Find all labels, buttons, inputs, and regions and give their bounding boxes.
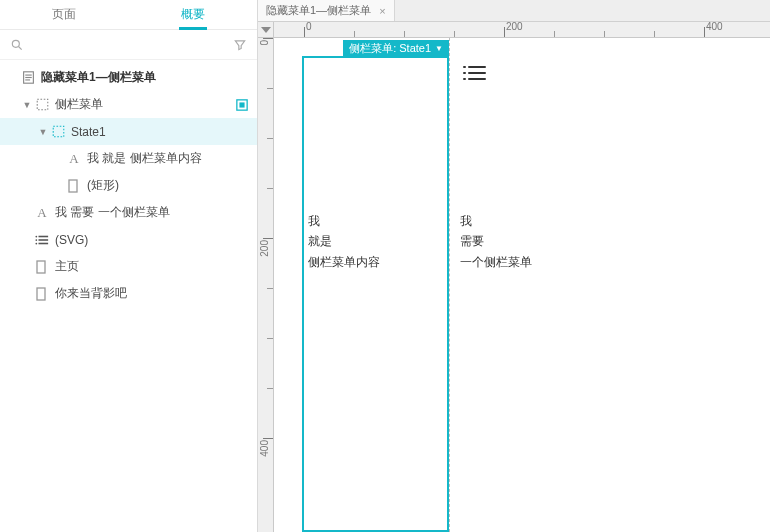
caret-icon[interactable]: ▼ (36, 127, 50, 137)
text-a-icon: A (34, 205, 50, 221)
target-state-icon (235, 98, 249, 112)
outline-item-label: State1 (71, 125, 249, 139)
svg-rect-10 (69, 180, 77, 192)
outline-panel: 页面 概要 ▶ 隐藏菜单1—侧栏菜单 ▼ (0, 0, 258, 532)
search-icon[interactable] (10, 38, 24, 52)
list-icon (34, 232, 50, 248)
outline-item-label: (矩形) (87, 177, 249, 194)
tab-pages[interactable]: 页面 (0, 0, 129, 29)
ruler-tick-label: 200 (506, 21, 523, 32)
svg-rect-8 (239, 102, 244, 107)
selection-title[interactable]: 侧栏菜单: State1 ▼ (343, 40, 449, 57)
dashed-box-icon (50, 124, 66, 140)
page-icon (20, 70, 36, 86)
sidebar-tabs: 页面 概要 (0, 0, 257, 30)
outline-search-row (0, 30, 257, 60)
svg-rect-18 (37, 288, 45, 300)
outline-item[interactable]: ▶ 主页 (0, 253, 257, 280)
svg-point-14 (35, 235, 37, 237)
rect-icon (34, 286, 50, 302)
outline-item[interactable]: ▼ State1 (0, 118, 257, 145)
outline-item[interactable]: ▶ (SVG) (0, 226, 257, 253)
svg-rect-6 (37, 99, 48, 110)
design-canvas[interactable]: 侧栏菜单: State1 ▼ 我 就是 侧栏菜单内容 我 需要 一个侧栏菜单 (274, 38, 770, 532)
ruler-tick-label: 400 (706, 21, 723, 32)
selection-title-label: 侧栏菜单: State1 (349, 41, 431, 56)
svg-rect-17 (37, 261, 45, 273)
chevron-down-icon: ▼ (435, 44, 443, 53)
ruler-tick-label: 200 (259, 240, 270, 257)
svg-point-16 (35, 242, 37, 244)
ruler-vertical[interactable]: 0 200 400 (258, 38, 274, 532)
outline-item[interactable]: ▶ (矩形) (0, 172, 257, 199)
selection-frame[interactable]: 侧栏菜单: State1 ▼ (302, 56, 449, 532)
outline-item-label: 侧栏菜单 (55, 96, 235, 113)
dashed-box-icon (34, 97, 50, 113)
filter-icon[interactable] (233, 38, 247, 52)
text-a-icon: A (66, 151, 82, 167)
outline-tree: ▶ 隐藏菜单1—侧栏菜单 ▼ 侧栏菜单 ▼ (0, 60, 257, 532)
page-guide (449, 38, 450, 532)
rect-icon (66, 178, 82, 194)
ruler-tick-label: 0 (306, 21, 312, 32)
svg-point-15 (35, 239, 37, 241)
outline-item-label: 我 就是 侧栏菜单内容 (87, 150, 249, 167)
file-tab-label: 隐藏菜单1—侧栏菜单 (266, 3, 371, 18)
ruler-tick-label: 400 (259, 440, 270, 457)
outline-item-label: 你来当背影吧 (55, 285, 249, 302)
svg-rect-9 (53, 126, 64, 137)
outline-item-label: 我 需要 一个侧栏菜单 (55, 204, 249, 221)
ruler-origin[interactable] (258, 22, 274, 38)
file-tabbar: 隐藏菜单1—侧栏菜单 × (258, 0, 770, 22)
outline-root[interactable]: ▶ 隐藏菜单1—侧栏菜单 (0, 64, 257, 91)
close-icon[interactable]: × (379, 5, 385, 17)
svg-line-1 (19, 46, 22, 49)
outline-item[interactable]: ▼ 侧栏菜单 (0, 91, 257, 118)
caret-icon[interactable]: ▼ (20, 100, 34, 110)
outline-item[interactable]: ▶ A 我 就是 侧栏菜单内容 (0, 145, 257, 172)
outline-root-label: 隐藏菜单1—侧栏菜单 (41, 69, 249, 86)
outline-item[interactable]: ▶ 你来当背影吧 (0, 280, 257, 307)
rect-icon (34, 259, 50, 275)
tab-outline[interactable]: 概要 (129, 0, 258, 29)
hamburger-icon[interactable] (468, 66, 486, 80)
canvas-text-left[interactable]: 我 就是 侧栏菜单内容 (308, 211, 380, 272)
outline-item-label: 主页 (55, 258, 249, 275)
svg-point-0 (12, 40, 19, 47)
canvas-text-right[interactable]: 我 需要 一个侧栏菜单 (460, 211, 532, 272)
outline-item-label: (SVG) (55, 233, 249, 247)
outline-item[interactable]: ▶ A 我 需要 一个侧栏菜单 (0, 199, 257, 226)
workspace: 隐藏菜单1—侧栏菜单 × 0 200 400 0 200 400 (258, 0, 770, 532)
ruler-tick-label: 0 (259, 40, 270, 46)
ruler-horizontal[interactable]: 0 200 400 (274, 22, 770, 38)
file-tab[interactable]: 隐藏菜单1—侧栏菜单 × (258, 0, 395, 21)
